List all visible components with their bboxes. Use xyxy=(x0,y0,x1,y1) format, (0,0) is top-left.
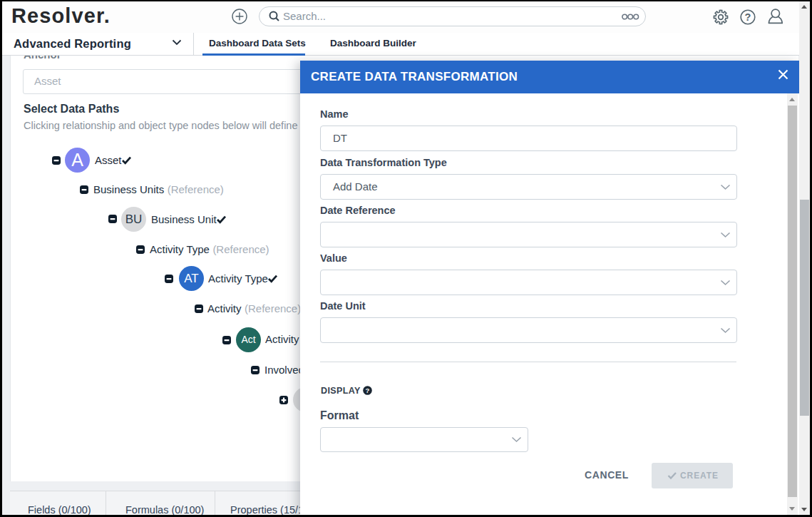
svg-text:?: ? xyxy=(745,11,751,23)
svg-text:?: ? xyxy=(366,387,370,394)
